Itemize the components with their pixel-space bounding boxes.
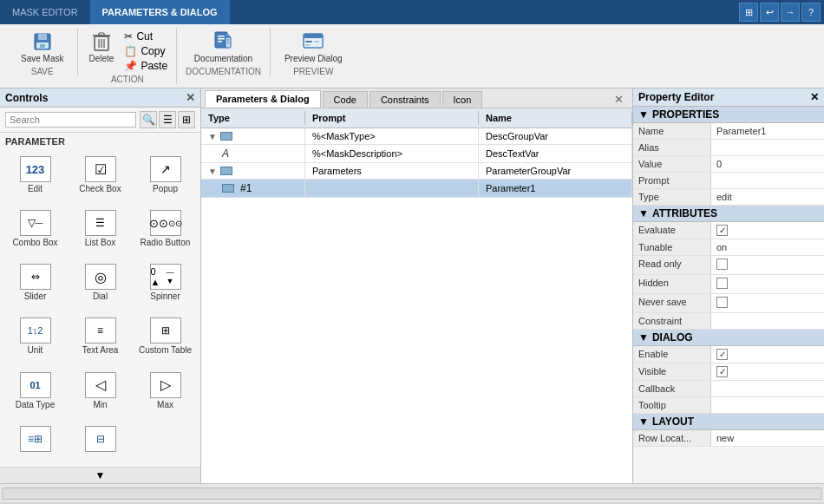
evaluate-checkbox[interactable]: ✓ (716, 225, 728, 236)
prop-value-alias[interactable] (711, 140, 824, 155)
max-control-label: Max (157, 400, 173, 410)
prop-value-value[interactable]: 0 (711, 156, 824, 172)
control-radio[interactable]: ⊙⊙⊙⊙ Radio Button (134, 206, 197, 258)
controls-scroll-down[interactable]: ▼ (0, 467, 200, 483)
search-bar: 🔍 ☰ ⊞ (0, 108, 200, 133)
prop-row-readonly: Read only (633, 256, 824, 275)
prop-value-prompt[interactable] (711, 173, 824, 188)
dial-control-label: Dial (93, 291, 108, 302)
control-combobox[interactable]: ▽— Combo Box (3, 206, 67, 258)
prop-value-tunable[interactable]: on (711, 239, 824, 255)
control-extra2[interactable]: ⊟ (69, 422, 132, 463)
attributes-section-header[interactable]: ▼ ATTRIBUTES (633, 206, 824, 222)
row3-type: #1 (201, 180, 305, 197)
control-textarea[interactable]: ≡ Text Area (69, 313, 132, 365)
expand-icon-2[interactable]: ▼ (208, 167, 217, 176)
tab-parameters-dialog[interactable]: Parameters & Dialog (205, 90, 321, 108)
cut-icon: ✂ (124, 30, 133, 43)
control-datatype[interactable]: 01 Data Type (3, 368, 67, 420)
table-row[interactable]: ▼ Parameters ParameterGroupVar (201, 163, 632, 180)
window-btn-redo[interactable]: → (781, 3, 800, 22)
control-slider[interactable]: ⇔ Slider (3, 259, 67, 311)
horizontal-scrollbar[interactable] (2, 488, 822, 500)
control-spinner[interactable]: 0 ▲—▼ Spinner (134, 259, 197, 311)
custom-table-control-label: Custom Table (139, 345, 192, 356)
prop-value-hidden[interactable] (711, 275, 824, 293)
combobox-control-label: Combo Box (12, 238, 57, 248)
prop-value-neversave[interactable] (711, 294, 824, 312)
min-control-icon: ◁ (85, 372, 116, 398)
prop-value-visible[interactable]: ✓ (711, 363, 824, 380)
prop-value-callback[interactable] (711, 381, 824, 396)
window-btn-help[interactable]: ? (801, 3, 821, 22)
prop-value-enable[interactable]: ✓ (711, 346, 824, 363)
prop-value-name[interactable]: Parameter1 (711, 123, 824, 139)
center-panel-close[interactable]: ✕ (609, 91, 629, 108)
copy-button[interactable]: 📋 Copy (121, 44, 171, 58)
tab-code[interactable]: Code (323, 91, 368, 108)
readonly-checkbox[interactable] (716, 259, 728, 270)
prop-value-constraint[interactable] (711, 313, 824, 329)
enable-checkbox[interactable]: ✓ (716, 349, 728, 360)
tab-constraints[interactable]: Constraints (369, 91, 441, 108)
visible-checkbox[interactable]: ✓ (716, 366, 728, 377)
list-view-button[interactable]: ☰ (159, 111, 176, 128)
tab-mask-editor[interactable]: MASK EDITOR (0, 0, 90, 24)
window-btn-grid[interactable]: ⊞ (739, 3, 758, 22)
delete-icon (89, 29, 114, 54)
property-panel-title: Property Editor (638, 91, 714, 103)
neversave-checkbox[interactable] (716, 297, 728, 308)
prop-value-type[interactable]: edit (711, 189, 824, 205)
control-extra1[interactable]: ≡⊞ (3, 422, 67, 463)
layout-section-header[interactable]: ▼ LAYOUT (633, 414, 824, 430)
delete-button[interactable]: Delete (83, 28, 119, 73)
control-dial[interactable]: ◎ Dial (69, 259, 132, 311)
extra1-control-icon: ≡⊞ (20, 426, 51, 452)
property-panel-close-icon[interactable]: ✕ (810, 91, 819, 103)
table-row[interactable]: ▼ %<MaskType> DescGroupVar (201, 128, 632, 145)
controls-panel-close-icon[interactable]: ✕ (186, 91, 195, 104)
save-mask-button[interactable]: Save Mask (16, 28, 69, 65)
svg-rect-12 (218, 38, 225, 40)
table-row-selected[interactable]: #1 Parameter1 (201, 180, 632, 198)
control-custom-table[interactable]: ⊞ Custom Table (134, 313, 197, 365)
table-row[interactable]: A %<MaskDescription> DescTextVar (201, 145, 632, 163)
control-min[interactable]: ◁ Min (69, 368, 132, 420)
prop-value-evaluate[interactable]: ✓ (711, 222, 824, 239)
tab-icon[interactable]: Icon (442, 91, 483, 108)
prop-value-rowlocat[interactable]: new (711, 430, 824, 446)
properties-section-header[interactable]: ▼ PROPERTIES (633, 107, 824, 123)
search-input[interactable] (5, 112, 136, 128)
control-listbox[interactable]: ☰ List Box (69, 206, 132, 258)
prop-value-readonly[interactable] (711, 256, 824, 274)
hidden-checkbox[interactable] (716, 278, 728, 289)
control-unit[interactable]: 1↕2 Unit (3, 313, 67, 365)
prop-row-constraint: Constraint (633, 313, 824, 330)
control-popup[interactable]: ↗ Popup (134, 152, 197, 204)
expand-icon-0[interactable]: ▼ (208, 132, 217, 141)
bottom-bar (0, 483, 824, 502)
unit-control-label: Unit (28, 345, 43, 356)
prop-row-tunable: Tunable on (633, 239, 824, 256)
dialog-section-header[interactable]: ▼ DIALOG (633, 330, 824, 346)
control-max[interactable]: ▷ Max (134, 368, 197, 420)
preview-dialog-button[interactable]: Preview Dialog (279, 28, 348, 65)
prop-label-type: Type (633, 189, 711, 205)
cut-button[interactable]: ✂ Cut (121, 29, 171, 43)
attributes-section-label: ATTRIBUTES (652, 207, 717, 219)
grid-view-button[interactable]: ⊞ (178, 111, 195, 128)
row3-type-text: #1 (240, 182, 252, 194)
search-button[interactable]: 🔍 (140, 111, 157, 128)
action-group-label: ACTION (83, 75, 171, 84)
control-edit[interactable]: 123 Edit (3, 152, 67, 204)
cut-label: Cut (136, 30, 153, 43)
unit-control-icon: 1↕2 (20, 317, 51, 344)
prop-value-tooltip[interactable] (711, 397, 824, 413)
prop-label-name: Name (633, 123, 711, 139)
center-tabs-bar: Parameters & Dialog Code Constraints Ico… (201, 88, 632, 108)
control-checkbox[interactable]: ☑ Check Box (69, 152, 132, 204)
tab-parameters-dialog[interactable]: PARAMETERS & DIALOG (90, 0, 230, 24)
documentation-button[interactable]: Documentation (189, 28, 258, 65)
window-btn-undo[interactable]: ↩ (760, 3, 779, 22)
paste-button[interactable]: 📌 Paste (121, 59, 171, 73)
